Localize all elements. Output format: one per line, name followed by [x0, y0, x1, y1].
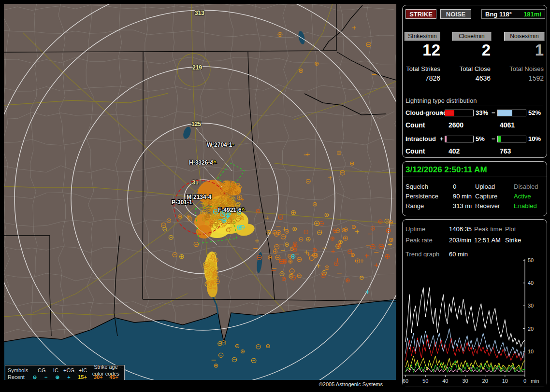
trend-x-tick: 30 [462, 378, 468, 384]
map-canvas[interactable]: 31321912531W-2704-1-H-3326-4^M-2134-4P-3… [4, 4, 396, 388]
strikes-per-min-value: 12 [405, 42, 440, 58]
setting-label: Squelch [405, 183, 428, 190]
ic-minus-pct: 10% [528, 135, 541, 142]
ic-plus-count: 402 [449, 147, 460, 155]
ic-plus-bar [445, 136, 474, 142]
lightning-map[interactable]: 31321912531W-2704-1-H-3326-4^M-2134-4P-3… [4, 4, 396, 388]
trend-graph: 50403020106050403020100min [403, 257, 547, 387]
legend-header-row: Symbols -CG -IC +CG +IC Strike age color… [8, 367, 122, 374]
setting-value: Disabled [514, 183, 538, 190]
legend-symbol-icon: ⊕ [52, 374, 63, 380]
total-strikes-label: Total Strikes [405, 65, 440, 72]
intracloud-label: Intracloud [405, 135, 436, 142]
peak-rate-label: Peak rate [405, 237, 433, 244]
ic-minus-bar [497, 136, 526, 142]
trend-graph-value: 60 min [449, 251, 468, 258]
trend-x-tick: 40 [442, 378, 448, 384]
peak-time-label: Peak time [474, 225, 502, 233]
ic-minus-sign: − [492, 135, 495, 142]
uptime-label: Uptime [405, 225, 425, 233]
bearing-distance: 181mi [523, 11, 541, 18]
trend-x-tick: 0 [523, 378, 526, 384]
cg-plus-pct: 33% [476, 109, 488, 116]
distribution-title: Lightning type distribution [405, 97, 543, 106]
storm-cell-label: F-4921-6^ [218, 207, 245, 213]
trend-y-tick: 40 [528, 280, 534, 286]
bearing-label: Bng 118° [485, 11, 512, 18]
cg-minus-bar [497, 110, 526, 116]
ic-plus-sign: + [440, 135, 444, 142]
setting-label: Range [405, 202, 424, 210]
cg-plus-bar [445, 110, 474, 116]
setting-label: Receiver [475, 202, 500, 210]
strike-button[interactable]: STRIKE [405, 9, 436, 19]
setting-value: 0 [453, 183, 456, 190]
total-noises-value: 1592 [504, 74, 544, 82]
total-strikes-value: 7826 [405, 74, 440, 82]
trend-x-tick: 50 [422, 378, 428, 384]
plot-label: Plot [505, 225, 516, 233]
setting-value: Enabled [514, 202, 537, 210]
trend-x-tick: 10 [502, 378, 508, 384]
total-noises-label: Total Noises [497, 65, 544, 72]
legend-col-neg-ic: -IC [48, 367, 62, 374]
setting-value: 90 min [453, 193, 472, 200]
legend-age-code: 30+ [90, 374, 106, 380]
trend-x-tick: 60 [403, 378, 408, 384]
range-ring-label: 219 [192, 64, 202, 71]
cg-minus-count: 4061 [500, 121, 515, 129]
total-close-value: 4636 [452, 74, 491, 82]
setting-label: Upload [475, 183, 495, 190]
ic-minus-count: 763 [500, 147, 511, 155]
legend-col-pos-ic: +IC [76, 367, 90, 374]
cg-minus-pct: 52% [528, 109, 541, 116]
legend-col-neg-cg: -CG [34, 367, 48, 374]
cg-count-label: Count [405, 121, 425, 129]
trend-x-unit: min [531, 378, 539, 384]
trend-y-tick: 30 [528, 303, 534, 308]
setting-value: 313 mi [453, 202, 472, 210]
trend-y-tick: 10 [528, 349, 534, 354]
strikes-per-min-chip: Strikes/min [405, 32, 440, 41]
setting-label: Persistence [405, 193, 438, 200]
map-bottom-bar: ©2005 Astrogenic Systems [4, 380, 396, 388]
nexstorm-app: 31321912531W-2704-1-H-3326-4^M-2134-4P-3… [0, 0, 550, 392]
copyright-text: ©2005 Astrogenic Systems [319, 381, 383, 387]
close-per-min-value: 2 [452, 42, 491, 58]
setting-label: Capture [475, 193, 497, 200]
trend-panel: Uptime 1406:35 Peak time Plot Peak rate … [402, 219, 547, 387]
noise-button[interactable]: NOISE [440, 9, 471, 19]
trend-x-tick: 20 [482, 378, 488, 384]
trend-y-tick: 50 [528, 257, 534, 263]
legend-age-code: 45+ [106, 374, 122, 380]
legend-symbol-icon: + [63, 374, 75, 380]
storm-cell-label: P-301-1 [172, 199, 192, 206]
range-ring-label: 125 [191, 121, 201, 127]
legend-row: Recent⊖−⊕+15+30+45+ [8, 374, 122, 380]
legend-symbols-title: Symbols [8, 367, 34, 374]
noises-per-min-chip: Noises/min [504, 32, 545, 41]
legend-age-code: 15+ [74, 374, 90, 380]
legend-symbol-icon: − [41, 374, 52, 380]
close-per-min-chip: Close/min [452, 32, 492, 41]
strike-stats-panel: STRIKE NOISE Bng 118° 181mi Strikes/min … [402, 5, 547, 158]
cg-minus-sign: − [492, 109, 495, 116]
setting-value: Active [514, 193, 531, 200]
ic-plus-pct: 5% [476, 135, 485, 142]
storm-cell-label: H-3326-4^ [189, 159, 217, 166]
status-panel: 3/12/2026 2:50:11 AM Squelch0UploadDisab… [402, 161, 547, 216]
bearing-box: Bng 118° 181mi [481, 9, 545, 19]
datetime-display: 3/12/2026 2:50:11 AM [405, 165, 487, 175]
total-close-label: Total Close [452, 65, 491, 72]
plot-value: Strike [505, 237, 521, 244]
uptime-value: 1406:35 [449, 225, 472, 233]
legend-symbol-icon: ⊖ [29, 374, 41, 380]
trend-y-tick: 20 [528, 326, 534, 332]
legend-row-label: Recent [8, 374, 29, 380]
range-ring-label: 313 [195, 10, 204, 16]
peak-rate-value: 203/min [449, 237, 471, 244]
ic-count-label: Count [405, 147, 425, 155]
peak-time-value: 12:51 AM [474, 237, 501, 244]
storm-cell-label: W-2704-1- [207, 141, 234, 148]
cg-plus-count: 2600 [449, 121, 463, 129]
